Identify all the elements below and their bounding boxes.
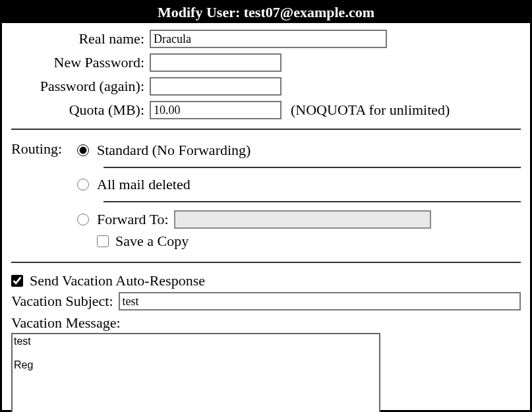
vacation-subject-input[interactable] [119, 292, 521, 310]
routing-sep-2 [103, 201, 521, 202]
send-vacation-row: Send Vacation Auto-Response [11, 272, 521, 289]
divider-1 [11, 129, 521, 130]
real-name-label: Real name: [11, 30, 150, 47]
form-content: Real name: New Password: Password (again… [2, 23, 530, 412]
routing-forward-label: Forward To: [97, 211, 169, 228]
save-copy-row: Save a Copy [77, 231, 521, 252]
routing-sep-1 [103, 167, 521, 168]
routing-section: Routing: Standard (No Forwarding) All ma… [11, 139, 521, 252]
routing-deleted-row: All mail deleted [77, 173, 521, 196]
quota-label: Quota (MB): [11, 102, 150, 119]
real-name-input[interactable] [150, 30, 387, 48]
real-name-row: Real name: [11, 30, 521, 48]
password-again-label: Password (again): [11, 78, 150, 95]
routing-deleted-radio[interactable] [77, 179, 89, 191]
routing-deleted-label: All mail deleted [97, 176, 191, 193]
routing-options: Standard (No Forwarding) All mail delete… [77, 139, 521, 252]
password-again-row: Password (again): [11, 77, 521, 96]
password-again-input[interactable] [150, 77, 281, 96]
save-copy-checkbox[interactable] [97, 235, 109, 247]
vacation-message-label: Vacation Message: [11, 314, 521, 332]
routing-label: Routing: [11, 139, 77, 158]
routing-standard-radio[interactable] [77, 144, 89, 156]
routing-standard-row: Standard (No Forwarding) [77, 139, 521, 162]
quota-hint: (NOQUOTA for unlimited) [291, 102, 450, 119]
quota-row: Quota (MB): (NOQUOTA for unlimited) [11, 101, 521, 119]
routing-standard-label: Standard (No Forwarding) [97, 142, 251, 159]
quota-input[interactable] [150, 101, 281, 119]
divider-2 [11, 262, 521, 263]
new-password-label: New Password: [11, 54, 150, 71]
vacation-subject-row: Vacation Subject: [11, 292, 521, 310]
vacation-message-textarea[interactable] [11, 333, 380, 412]
routing-forward-radio[interactable] [77, 214, 89, 225]
forward-to-input[interactable] [174, 210, 431, 229]
save-copy-label: Save a Copy [115, 233, 189, 250]
modify-user-window: Modify User: test07@example.com Real nam… [0, 0, 532, 412]
vacation-subject-label: Vacation Subject: [11, 293, 113, 310]
new-password-input[interactable] [150, 53, 281, 72]
new-password-row: New Password: [11, 53, 521, 72]
send-vacation-label: Send Vacation Auto-Response [30, 272, 205, 289]
window-title: Modify User: test07@example.com [2, 2, 530, 23]
routing-forward-row: Forward To: [77, 208, 521, 231]
send-vacation-checkbox[interactable] [11, 275, 23, 287]
